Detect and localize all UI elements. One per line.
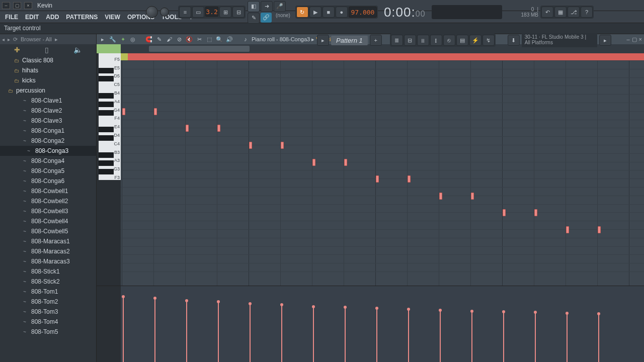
pr-delete-button[interactable]: ⊘ [175, 35, 183, 43]
download-button[interactable]: ⬇ [508, 35, 520, 46]
menu-file[interactable]: FILE [2, 12, 21, 22]
note[interactable] [249, 142, 252, 149]
pr-close-button[interactable]: × [639, 36, 642, 43]
browser-label[interactable]: Browser - All [21, 36, 52, 42]
menu-edit[interactable]: EDIT [22, 12, 42, 22]
browser-file[interactable]: ~808-Tom5 [0, 327, 96, 337]
play-marker[interactable] [121, 53, 128, 60]
velocity-bar[interactable] [123, 297, 124, 362]
velocity-bar[interactable] [535, 312, 536, 362]
velocity-bar[interactable] [154, 298, 155, 362]
maximize-button[interactable]: ▢ [13, 2, 21, 9]
note[interactable] [154, 108, 157, 115]
velocity-bar[interactable] [313, 307, 314, 363]
note[interactable] [439, 193, 442, 200]
note[interactable] [534, 209, 537, 216]
browser-file[interactable]: ~808-Cowbell2 [0, 196, 96, 206]
main-pitch-knob[interactable] [160, 8, 169, 17]
tempo-display[interactable]: 97.000 [349, 7, 377, 18]
pr-maximize-button[interactable]: ▢ [632, 36, 637, 43]
browser-folder[interactable]: 🗀percussion [0, 85, 96, 96]
pr-menu-button[interactable]: ▸ [99, 35, 107, 43]
piano-keys[interactable]: F5E5D5C5B4A4G4F4E4D4C4B3A3G3F3 [97, 53, 121, 286]
browser-file[interactable]: ~808-Tom4 [0, 317, 96, 327]
stop-button[interactable]: ■ [323, 7, 335, 18]
browser-file[interactable]: ~808-Conga5 [0, 166, 96, 176]
note[interactable] [598, 226, 601, 233]
note[interactable] [312, 159, 315, 166]
browser-file[interactable]: ~808-Tom2 [0, 297, 96, 307]
note-grid[interactable] [121, 53, 644, 286]
view-stepseq-button[interactable]: ⊟ [404, 35, 416, 46]
loop-button[interactable]: ↻ [296, 7, 308, 18]
note[interactable] [217, 125, 220, 132]
velocity-bar[interactable] [186, 301, 187, 362]
velocity-bar[interactable] [440, 310, 441, 362]
browser-file[interactable]: ~808-Maracas2 [0, 246, 96, 256]
meter2-button[interactable]: ⊟ [232, 7, 245, 18]
velocity-bar[interactable] [250, 304, 251, 362]
browser-refresh-button[interactable]: ⟳ [13, 36, 18, 43]
browser-file[interactable]: ~808-Cowbell5 [0, 226, 96, 236]
browser-file[interactable]: ~808-Maracas1 [0, 236, 96, 246]
note[interactable] [408, 175, 411, 183]
browser-add-icon[interactable]: ✚ [14, 46, 20, 54]
snap-label[interactable]: (none) [273, 13, 293, 24]
pattern-prev-button[interactable]: ▸ [317, 35, 329, 46]
pr-zoom-button[interactable]: 🔍 [215, 35, 223, 43]
browser-folder[interactable]: 🗀kicks [0, 75, 96, 85]
browser-file[interactable]: ~808-Cowbell1 [0, 186, 96, 196]
pr-tools-button[interactable]: 🔧 [109, 35, 117, 43]
record-button[interactable]: ● [336, 7, 348, 18]
pr-minimize-button[interactable]: – [626, 36, 629, 43]
browser-file[interactable]: ~808-Conga2 [0, 136, 96, 146]
velocity-bar[interactable] [503, 312, 504, 362]
velocity-bar[interactable] [345, 307, 346, 362]
browser-file[interactable]: ~808-Conga4 [0, 156, 96, 166]
browser-folder[interactable]: 🗀hihats [0, 65, 96, 75]
note[interactable] [344, 159, 347, 166]
view-playlist-button[interactable]: ≣ [391, 35, 403, 46]
browser-file[interactable]: ~808-Conga3 [0, 146, 96, 156]
velocity-bar[interactable] [598, 314, 599, 362]
browser-audio-icon[interactable]: 🔈 [73, 46, 82, 54]
note[interactable] [281, 142, 284, 149]
view-channel-button[interactable]: ⫿ [430, 35, 442, 46]
link-button[interactable]: 🔗 [261, 13, 272, 23]
play-button[interactable]: ▶ [309, 7, 321, 18]
view-pianoroll-button[interactable]: ⫼ [417, 35, 429, 46]
note[interactable] [376, 175, 379, 183]
browser-fwd-button[interactable]: ▸ [8, 37, 10, 42]
browser-back-button[interactable]: ◂ [2, 37, 5, 42]
meter-button[interactable]: ⊞ [219, 7, 231, 18]
browser-file[interactable]: ~808-Clave3 [0, 116, 96, 126]
about-button[interactable]: ? [581, 7, 593, 18]
browser-file[interactable]: ~808-Conga6 [0, 176, 96, 186]
browser-file[interactable]: ~808-Clave2 [0, 106, 96, 116]
note[interactable] [186, 125, 189, 132]
pr-mute-button[interactable]: 🔇 [185, 35, 193, 43]
wrap-button[interactable]: ◧ [248, 1, 260, 12]
note[interactable] [503, 209, 506, 216]
pr-preview-button[interactable]: ♪ [242, 35, 250, 43]
velocity-bar[interactable] [408, 309, 409, 362]
browser-file[interactable]: ~808-Cowbell3 [0, 206, 96, 216]
pr-snap-button[interactable]: 🧲 [145, 35, 153, 43]
browser-file[interactable]: ~808-Conga1 [0, 126, 96, 136]
undo-history-button[interactable]: ↶ [541, 7, 553, 18]
view-mixer-button[interactable]: ⎋ [443, 35, 455, 46]
note[interactable] [566, 226, 569, 233]
browser-file[interactable]: ~808-Maracas3 [0, 256, 96, 266]
note[interactable] [122, 108, 125, 115]
mic-button[interactable]: 🎤 [274, 1, 286, 12]
browser-file[interactable]: ~808-Tom1 [0, 287, 96, 297]
song-mode-button[interactable]: ▭ [192, 7, 204, 18]
midi-button[interactable]: ⎇ [568, 7, 580, 18]
browser-file[interactable]: ~808-Tom3 [0, 307, 96, 317]
main-volume-knob[interactable] [146, 6, 158, 18]
pr-play-button[interactable]: 🔊 [225, 35, 233, 43]
step-button[interactable]: ➜ [261, 1, 273, 12]
plugin-button[interactable]: ⚡ [469, 35, 481, 46]
velocity-bar[interactable] [567, 313, 568, 363]
draw-button[interactable]: ✎ [248, 13, 260, 24]
